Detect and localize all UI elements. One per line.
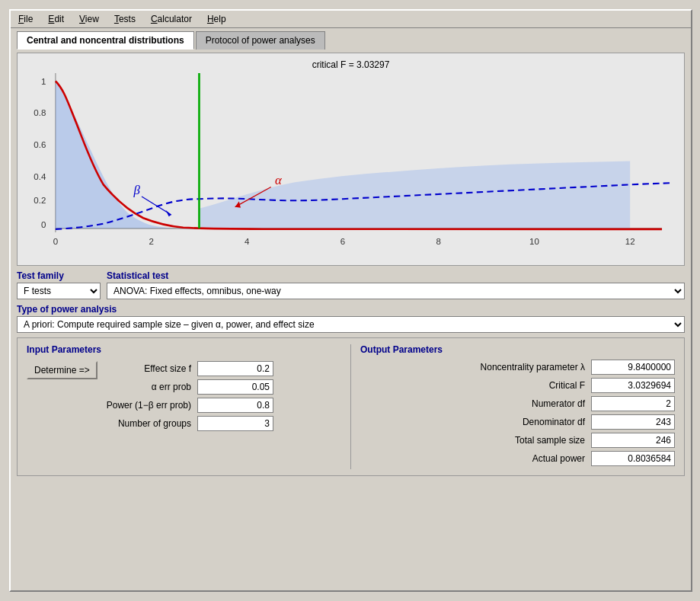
- menu-tests[interactable]: Tests: [110, 12, 140, 26]
- input-params-title: Input Parameters: [27, 344, 341, 355]
- param-row-groups: Number of groups: [107, 416, 273, 431]
- test-family-group: Test family F tests: [17, 270, 101, 299]
- tab-distributions[interactable]: Central and noncentral distributions: [17, 31, 194, 50]
- total-sample-label: Total sample size: [360, 435, 585, 446]
- svg-text:0: 0: [53, 237, 58, 246]
- num-groups-input[interactable]: [197, 416, 273, 431]
- svg-text:4: 4: [245, 237, 250, 246]
- menu-file[interactable]: File: [14, 12, 37, 26]
- svg-text:0.8: 0.8: [34, 108, 46, 117]
- svg-text:1: 1: [41, 77, 46, 86]
- chart-svg: 1 0.8 0.6 0.4 0.2 0 0 2 4 6 8 10 12: [24, 73, 678, 248]
- lambda-value[interactable]: [591, 360, 675, 375]
- param-row-power: Power (1−β err prob): [107, 398, 273, 413]
- vertical-divider: [350, 344, 351, 469]
- param-row-alpha: α err prob: [107, 379, 273, 395]
- num-df-label: Numerator df: [360, 398, 585, 409]
- menubar: File Edit View Tests Calculator Help: [11, 11, 691, 28]
- lambda-label: Noncentrality parameter λ: [360, 362, 585, 372]
- menu-view[interactable]: View: [75, 12, 104, 26]
- svg-text:6: 6: [340, 237, 345, 246]
- out-row-total: Total sample size: [360, 433, 675, 448]
- power-input[interactable]: [197, 398, 273, 413]
- svg-text:10: 10: [529, 237, 539, 246]
- statistical-test-select[interactable]: ANOVA: Fixed effects, omnibus, one-way: [107, 283, 685, 299]
- output-params: Output Parameters Noncentrality paramete…: [360, 344, 675, 469]
- power-label: Power (1−β err prob): [107, 400, 191, 411]
- power-analysis-select[interactable]: A priori: Compute required sample size –…: [17, 316, 685, 333]
- svg-text:0.2: 0.2: [34, 196, 46, 205]
- out-row-critf: Critical F: [360, 378, 675, 393]
- chart-container: critical F = 3.03297 1 0.8 0.6 0.4 0.2 0…: [17, 53, 685, 266]
- power-analysis-group: Type of power analysis A priori: Compute…: [17, 304, 685, 333]
- tab-protocol[interactable]: Protocol of power analyses: [196, 31, 325, 50]
- power-analysis-label: Type of power analysis: [17, 304, 685, 315]
- actual-power-label: Actual power: [360, 453, 585, 464]
- determine-button[interactable]: Determine =>: [27, 361, 97, 379]
- out-row-numdf: Numerator df: [360, 396, 675, 411]
- svg-text:2: 2: [149, 237, 153, 246]
- test-controls-row: Test family F tests Statistical test ANO…: [17, 270, 685, 299]
- menu-calculator[interactable]: Calculator: [146, 12, 197, 26]
- num-groups-label: Number of groups: [107, 418, 191, 429]
- den-df-value[interactable]: [591, 414, 675, 430]
- param-row-effect: Effect size f: [107, 361, 273, 376]
- params-row: Input Parameters Determine => Effect siz…: [17, 337, 685, 476]
- output-params-title: Output Parameters: [360, 344, 675, 355]
- tabs-row: Central and noncentral distributions Pro…: [11, 28, 691, 50]
- test-family-label: Test family: [17, 270, 101, 281]
- menu-edit[interactable]: Edit: [43, 12, 69, 26]
- svg-text:0.4: 0.4: [34, 172, 46, 181]
- test-family-select[interactable]: F tests: [17, 283, 101, 299]
- svg-text:0: 0: [41, 220, 46, 229]
- determine-row: Determine => Effect size f α err prob Po…: [27, 360, 341, 434]
- main-content: critical F = 3.03297 1 0.8 0.6 0.4 0.2 0…: [11, 50, 691, 590]
- den-df-label: Denominator df: [360, 417, 585, 427]
- actual-power-value[interactable]: [591, 451, 675, 466]
- svg-text:α: α: [275, 173, 283, 187]
- total-sample-value[interactable]: [591, 433, 675, 448]
- chart-critical-label: critical F = 3.03297: [24, 59, 678, 70]
- num-df-value[interactable]: [591, 396, 675, 411]
- out-row-power: Actual power: [360, 451, 675, 466]
- crit-f-value[interactable]: [591, 378, 675, 393]
- input-fields: Effect size f α err prob Power (1−β err …: [107, 361, 273, 434]
- alpha-err-input[interactable]: [197, 379, 273, 395]
- out-row-dendf: Denominator df: [360, 414, 675, 430]
- effect-size-input[interactable]: [197, 361, 273, 376]
- main-window: File Edit View Tests Calculator Help Cen…: [9, 9, 692, 592]
- crit-f-label: Critical F: [360, 380, 585, 391]
- chart-area: 1 0.8 0.6 0.4 0.2 0 0 2 4 6 8 10 12: [24, 73, 678, 248]
- alpha-err-label: α err prob: [107, 382, 191, 392]
- svg-text:0.6: 0.6: [34, 140, 46, 149]
- statistical-test-group: Statistical test ANOVA: Fixed effects, o…: [107, 270, 685, 299]
- svg-text:12: 12: [625, 237, 635, 246]
- out-row-lambda: Noncentrality parameter λ: [360, 360, 675, 375]
- svg-text:8: 8: [436, 237, 441, 246]
- menu-help[interactable]: Help: [203, 12, 231, 26]
- effect-size-label: Effect size f: [107, 363, 191, 374]
- svg-text:β: β: [133, 183, 141, 197]
- input-params: Input Parameters Determine => Effect siz…: [27, 344, 341, 469]
- statistical-test-label: Statistical test: [107, 270, 685, 281]
